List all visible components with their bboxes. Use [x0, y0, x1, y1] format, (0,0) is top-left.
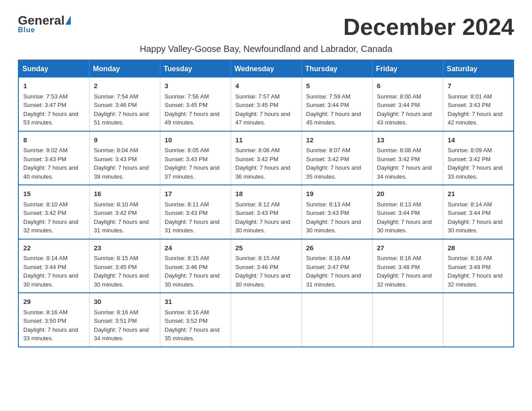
calendar-cell: 18Sunrise: 8:12 AMSunset: 3:43 PMDayligh…	[231, 185, 301, 239]
day-number: 20	[377, 189, 438, 199]
calendar-cell: 11Sunrise: 8:06 AMSunset: 3:42 PMDayligh…	[231, 131, 301, 185]
week-row-3: 15Sunrise: 8:10 AMSunset: 3:42 PMDayligh…	[18, 185, 514, 239]
calendar-cell: 28Sunrise: 8:16 AMSunset: 3:49 PMDayligh…	[443, 239, 514, 293]
day-number: 10	[165, 135, 226, 146]
calendar-cell	[231, 293, 301, 347]
calendar-cell: 22Sunrise: 8:14 AMSunset: 3:44 PMDayligh…	[18, 239, 89, 293]
calendar-cell	[372, 293, 443, 347]
calendar-cell: 17Sunrise: 8:11 AMSunset: 3:43 PMDayligh…	[160, 185, 231, 239]
day-number: 15	[23, 189, 85, 199]
day-number: 25	[236, 243, 297, 253]
calendar-cell: 6Sunrise: 8:00 AMSunset: 3:44 PMDaylight…	[372, 77, 443, 131]
col-header-wednesday: Wednesday	[231, 60, 301, 77]
calendar-cell: 5Sunrise: 7:59 AMSunset: 3:44 PMDaylight…	[301, 77, 372, 131]
day-number: 6	[377, 81, 438, 91]
calendar-header-row: SundayMondayTuesdayWednesdayThursdayFrid…	[18, 60, 514, 77]
day-number: 21	[448, 189, 509, 199]
day-number: 7	[448, 81, 509, 91]
calendar-cell: 8Sunrise: 8:02 AMSunset: 3:43 PMDaylight…	[18, 131, 89, 185]
day-number: 16	[94, 189, 155, 199]
calendar-cell: 2Sunrise: 7:54 AMSunset: 3:46 PMDaylight…	[89, 77, 160, 131]
day-number: 18	[236, 189, 297, 199]
calendar-cell: 15Sunrise: 8:10 AMSunset: 3:42 PMDayligh…	[18, 185, 89, 239]
col-header-saturday: Saturday	[443, 60, 514, 77]
week-row-4: 22Sunrise: 8:14 AMSunset: 3:44 PMDayligh…	[18, 239, 514, 293]
calendar-cell: 16Sunrise: 8:10 AMSunset: 3:42 PMDayligh…	[89, 185, 160, 239]
subtitle: Happy Valley-Goose Bay, Newfoundland and…	[18, 44, 514, 54]
week-row-2: 8Sunrise: 8:02 AMSunset: 3:43 PMDaylight…	[18, 131, 514, 185]
calendar-cell: 26Sunrise: 8:16 AMSunset: 3:47 PMDayligh…	[301, 239, 372, 293]
calendar-cell: 23Sunrise: 8:15 AMSunset: 3:45 PMDayligh…	[89, 239, 160, 293]
calendar-cell: 14Sunrise: 8:09 AMSunset: 3:42 PMDayligh…	[443, 131, 514, 185]
col-header-friday: Friday	[372, 60, 443, 77]
col-header-tuesday: Tuesday	[160, 60, 231, 77]
col-header-monday: Monday	[89, 60, 160, 77]
day-number: 31	[165, 297, 226, 307]
logo: General Blue	[18, 13, 71, 34]
header: General Blue December 2024	[18, 13, 514, 40]
logo-triangle-icon	[65, 16, 71, 25]
calendar-cell	[443, 293, 514, 347]
day-number: 14	[448, 135, 509, 146]
day-number: 23	[94, 243, 155, 253]
calendar-cell: 25Sunrise: 8:15 AMSunset: 3:46 PMDayligh…	[231, 239, 301, 293]
logo-blue-text: Blue	[18, 26, 35, 34]
day-number: 28	[448, 243, 509, 253]
month-title: December 2024	[343, 13, 514, 40]
day-number: 4	[236, 81, 297, 91]
calendar-cell: 24Sunrise: 8:15 AMSunset: 3:46 PMDayligh…	[160, 239, 231, 293]
calendar-cell: 4Sunrise: 7:57 AMSunset: 3:45 PMDaylight…	[231, 77, 301, 131]
calendar-cell: 10Sunrise: 8:05 AMSunset: 3:43 PMDayligh…	[160, 131, 231, 185]
calendar-cell: 19Sunrise: 8:13 AMSunset: 3:43 PMDayligh…	[301, 185, 372, 239]
day-number: 3	[165, 81, 226, 91]
day-number: 9	[94, 135, 155, 146]
calendar-cell: 7Sunrise: 8:01 AMSunset: 3:43 PMDaylight…	[443, 77, 514, 131]
day-number: 22	[23, 243, 85, 253]
day-number: 17	[165, 189, 226, 199]
col-header-sunday: Sunday	[18, 60, 89, 77]
calendar-cell: 1Sunrise: 7:53 AMSunset: 3:47 PMDaylight…	[18, 77, 89, 131]
day-number: 30	[94, 297, 155, 307]
day-number: 2	[94, 81, 155, 91]
calendar-cell: 9Sunrise: 8:04 AMSunset: 3:43 PMDaylight…	[89, 131, 160, 185]
week-row-1: 1Sunrise: 7:53 AMSunset: 3:47 PMDaylight…	[18, 77, 514, 131]
day-number: 5	[306, 81, 368, 91]
day-number: 8	[23, 135, 85, 146]
day-number: 24	[165, 243, 226, 253]
calendar-cell: 27Sunrise: 8:16 AMSunset: 3:48 PMDayligh…	[372, 239, 443, 293]
calendar-cell: 31Sunrise: 8:16 AMSunset: 3:52 PMDayligh…	[160, 293, 231, 347]
week-row-5: 29Sunrise: 8:16 AMSunset: 3:50 PMDayligh…	[18, 293, 514, 347]
day-number: 27	[377, 243, 438, 253]
col-header-thursday: Thursday	[301, 60, 372, 77]
day-number: 13	[377, 135, 438, 146]
calendar-cell: 12Sunrise: 8:07 AMSunset: 3:42 PMDayligh…	[301, 131, 372, 185]
calendar-cell: 21Sunrise: 8:14 AMSunset: 3:44 PMDayligh…	[443, 185, 514, 239]
day-number: 19	[306, 189, 368, 199]
calendar-cell: 13Sunrise: 8:08 AMSunset: 3:42 PMDayligh…	[372, 131, 443, 185]
calendar-cell: 20Sunrise: 8:13 AMSunset: 3:44 PMDayligh…	[372, 185, 443, 239]
day-number: 12	[306, 135, 368, 146]
day-number: 11	[236, 135, 297, 146]
calendar: SundayMondayTuesdayWednesdayThursdayFrid…	[18, 60, 514, 347]
calendar-cell: 29Sunrise: 8:16 AMSunset: 3:50 PMDayligh…	[18, 293, 89, 347]
calendar-cell: 30Sunrise: 8:16 AMSunset: 3:51 PMDayligh…	[89, 293, 160, 347]
day-number: 1	[23, 81, 85, 91]
calendar-cell: 3Sunrise: 7:56 AMSunset: 3:45 PMDaylight…	[160, 77, 231, 131]
day-number: 29	[23, 297, 85, 307]
calendar-cell	[301, 293, 372, 347]
day-number: 26	[306, 243, 368, 253]
